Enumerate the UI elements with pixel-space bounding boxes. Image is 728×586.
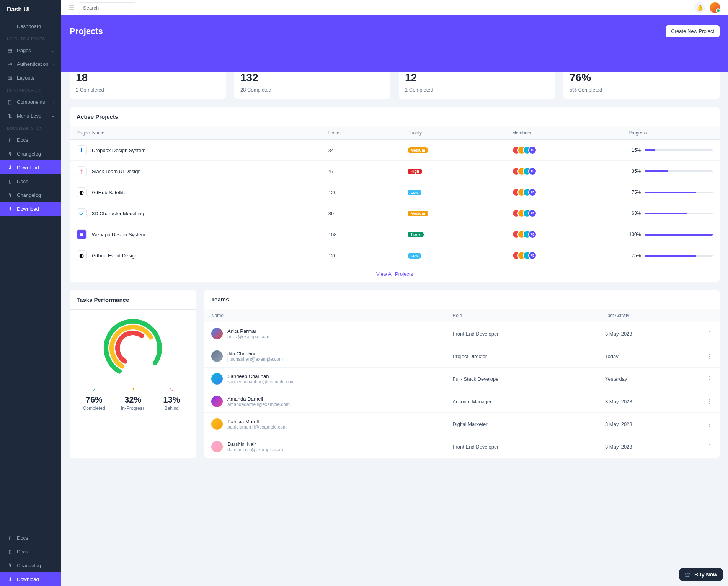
progress-value: 35% bbox=[628, 169, 641, 174]
radial-chart bbox=[70, 310, 196, 386]
table-row[interactable]: ◐ Github Event Design 120 Low +5 75% bbox=[70, 245, 720, 266]
priority-badge: High bbox=[408, 169, 422, 174]
sidebar-item-pages[interactable]: ▤ Pages ⌄ bbox=[0, 43, 61, 57]
git-icon: ↯ bbox=[7, 151, 13, 157]
download-icon: ⬇ bbox=[7, 206, 13, 212]
sidebar-item-menu-level[interactable]: ⇅ Menu Level ⌄ bbox=[0, 109, 61, 123]
table-row[interactable]: Patricia Murrill patriciamurrill@example… bbox=[204, 413, 720, 435]
team-avatar bbox=[211, 441, 223, 452]
row-menu-icon[interactable]: ⋮ bbox=[707, 353, 713, 360]
table-row[interactable]: Sandeep Chauhan sandeepchauhan@example.c… bbox=[204, 368, 720, 390]
priority-badge: Medium bbox=[408, 147, 428, 153]
sidebar-item-label: Authentication bbox=[17, 61, 48, 67]
sidebar-item-label: Download bbox=[17, 206, 39, 212]
notifications-button[interactable]: 🔔 bbox=[694, 2, 705, 13]
team-member-email: amandadarnell@example.com bbox=[227, 402, 290, 407]
search-input[interactable] bbox=[79, 2, 136, 13]
team-last-activity: Yesterday bbox=[598, 368, 700, 390]
sidebar-item-changelog-2[interactable]: ↯ Changelog bbox=[0, 188, 61, 202]
member-more[interactable]: +5 bbox=[528, 167, 537, 175]
sidebar-item-docs[interactable]: ▯ Docs bbox=[0, 133, 61, 147]
menu-toggle-icon[interactable]: ☰ bbox=[69, 4, 74, 11]
project-hours: 34 bbox=[322, 140, 401, 161]
sidebar-item-download-2[interactable]: ⬇ Download bbox=[0, 202, 61, 216]
table-row[interactable]: Amanda Darnell amandadarnell@example.com… bbox=[204, 390, 720, 413]
sidebar-item-docs-2[interactable]: ▯ Docs bbox=[0, 174, 61, 188]
row-menu-icon[interactable]: ⋮ bbox=[707, 421, 713, 427]
perf-value: 32% bbox=[115, 395, 150, 405]
sidebar-item-label: Docs bbox=[17, 535, 28, 541]
table-row[interactable]: Anita Parmar anita@example.com Front End… bbox=[204, 322, 720, 345]
team-member-email: jituchauhan@example.com bbox=[227, 357, 283, 362]
row-menu-icon[interactable]: ⋮ bbox=[707, 398, 713, 405]
sidebar-item-label: Docs bbox=[17, 137, 28, 143]
member-more[interactable]: +5 bbox=[528, 188, 537, 196]
sidebar-section: UI COMPONENTS bbox=[0, 85, 61, 95]
perf-label: In-Progress bbox=[115, 406, 150, 411]
create-project-button[interactable]: Create New Project bbox=[666, 25, 720, 37]
table-row[interactable]: ⋕ Slack Team UI Design 47 High +5 35% bbox=[70, 161, 720, 182]
clipboard-icon: ▯ bbox=[7, 548, 13, 555]
row-menu-icon[interactable]: ⋮ bbox=[707, 331, 713, 337]
project-name: Dropbox Design System bbox=[92, 147, 145, 153]
col-hours: Hours bbox=[322, 126, 401, 140]
sidebar-item-components[interactable]: ⌸ Components ⌄ bbox=[0, 95, 61, 109]
col-priority: Priority bbox=[401, 126, 505, 140]
member-more[interactable]: +5 bbox=[528, 209, 537, 218]
table-row[interactable]: ≡ Webapp Design System 108 Track +5 100% bbox=[70, 224, 720, 245]
teams-card: Teams Name Role Last Activity Anita Parm… bbox=[204, 290, 720, 458]
tasks-performance-card: Tasks Performance ⋮ ✓ 76% Completed ↗ 32… bbox=[70, 290, 196, 458]
teams-table: Name Role Last Activity Anita Parmar ani… bbox=[204, 309, 720, 458]
table-row[interactable]: ⟳ 3D Character Modelling 89 Medium +5 63… bbox=[70, 203, 720, 224]
stat-sub: 2 Completed bbox=[76, 87, 220, 93]
progress-value: 15% bbox=[628, 147, 641, 153]
sidebar-item-download-3[interactable]: ⬇ Download bbox=[0, 572, 61, 586]
sidebar-item-layouts[interactable]: ▦ Layouts bbox=[0, 71, 61, 85]
table-row[interactable]: Jitu Chauhan jituchauhan@example.com Pro… bbox=[204, 345, 720, 368]
progress-value: 75% bbox=[628, 253, 641, 258]
sidebar-item-label: Components bbox=[17, 99, 45, 105]
member-more[interactable]: +5 bbox=[528, 251, 537, 260]
stat-value: 18 bbox=[76, 72, 220, 84]
table-row[interactable]: ⬇ Dropbox Design System 34 Medium +5 15% bbox=[70, 140, 720, 161]
home-icon: ⌂ bbox=[7, 23, 13, 29]
sidebar-item-dashboard[interactable]: ⌂ Dashboard bbox=[0, 19, 61, 33]
sidebar-item-docs-3[interactable]: ▯ Docs bbox=[0, 531, 61, 545]
row-menu-icon[interactable]: ⋮ bbox=[707, 376, 713, 382]
team-role: Full- Stack Developer bbox=[446, 368, 598, 390]
sidebar-item-label: Pages bbox=[17, 47, 31, 53]
sidebar-item-auth[interactable]: ⇥ Authentication ⌄ bbox=[0, 57, 61, 71]
projects-table: Project Name Hours Priority Members Prog… bbox=[70, 126, 720, 266]
priority-badge: Low bbox=[408, 253, 421, 259]
more-icon[interactable]: ⋮ bbox=[183, 296, 189, 303]
trend-icon: ✓ bbox=[77, 386, 111, 393]
buy-now-button[interactable]: 🛒 Buy Now bbox=[679, 568, 723, 581]
team-member-email: patriciamurrill@example.com bbox=[227, 424, 287, 430]
members: +5 bbox=[512, 251, 615, 260]
sidebar-item-docs-4[interactable]: ▯ Docs bbox=[0, 545, 61, 558]
progress-bar bbox=[645, 234, 713, 236]
git-icon: ↯ bbox=[7, 192, 13, 198]
view-all-link[interactable]: View All Projects bbox=[376, 271, 413, 277]
sidebar-item-download[interactable]: ⬇ Download bbox=[0, 160, 61, 174]
team-role: Digital Marketer bbox=[446, 413, 598, 435]
progress-value: 63% bbox=[628, 211, 641, 216]
member-more[interactable]: +5 bbox=[528, 146, 537, 154]
brand[interactable]: Dash UI bbox=[0, 0, 61, 19]
team-last-activity: 3 May, 2023 bbox=[598, 390, 700, 413]
sidebar-item-label: Layouts bbox=[17, 75, 34, 81]
lock-icon: ⇥ bbox=[7, 61, 13, 67]
download-icon: ⬇ bbox=[7, 576, 13, 582]
row-menu-icon[interactable]: ⋮ bbox=[707, 444, 713, 450]
table-row[interactable]: ◐ GitHub Satellite 120 Low +5 75% bbox=[70, 182, 720, 203]
sidebar-item-changelog-3[interactable]: ↯ Changelog bbox=[0, 558, 61, 572]
perf-value: 13% bbox=[154, 395, 189, 405]
card-title: Active Projects bbox=[77, 113, 118, 120]
table-row[interactable]: Darshini Nair darshininair@example.com F… bbox=[204, 435, 720, 458]
member-more[interactable]: +5 bbox=[528, 230, 537, 239]
active-projects-card: Active Projects Project Name Hours Prior… bbox=[70, 107, 720, 282]
user-avatar[interactable] bbox=[710, 2, 720, 13]
sidebar-item-changelog[interactable]: ↯ Changelog bbox=[0, 147, 61, 160]
card-title: Teams bbox=[211, 296, 229, 303]
team-role: Front End Developer bbox=[446, 322, 598, 345]
